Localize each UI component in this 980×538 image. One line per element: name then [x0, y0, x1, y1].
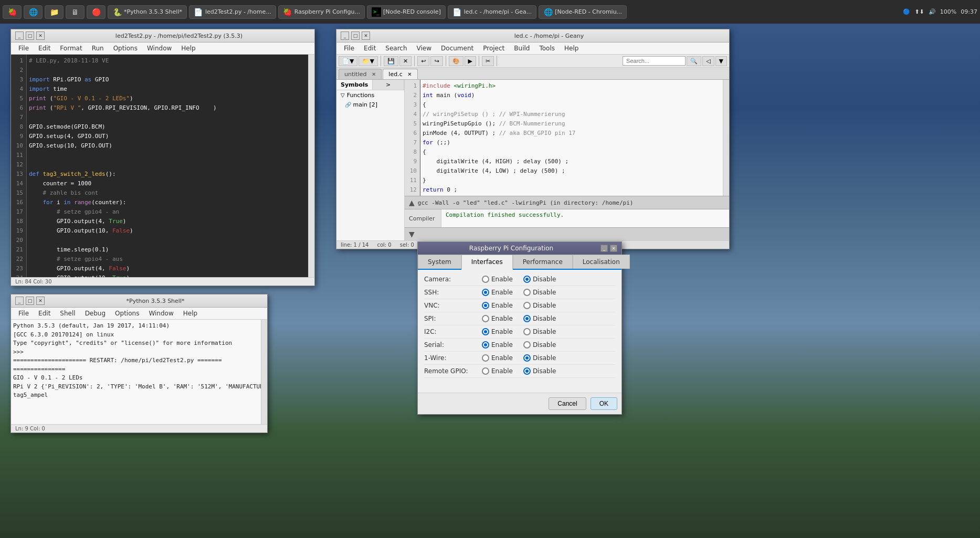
rpi-i2c-disable-radio[interactable] — [523, 328, 531, 335]
rpi-i2c-enable[interactable]: Enable — [482, 328, 513, 335]
geany-output-up-btn[interactable]: ▲ — [408, 197, 416, 208]
python-editor-close-button[interactable]: ✕ — [36, 31, 45, 40]
geany-menu-project[interactable]: Project — [479, 44, 509, 53]
taskbar-python-shell[interactable]: 🐍 *Python 3.5.3 Shell* — [108, 5, 187, 19]
rpi-remote-gpio-enable[interactable]: Enable — [482, 367, 513, 375]
geany-tab-untitled-close[interactable]: ✕ — [372, 71, 376, 77]
geany-color-btn[interactable]: 🎨 — [449, 56, 463, 66]
rpi-tab-interfaces[interactable]: Interfaces — [461, 255, 513, 270]
rpi-spi-disable[interactable]: Disable — [523, 315, 556, 322]
geany-new-btn[interactable]: 📄▼ — [339, 56, 357, 66]
python-shell-menu-options[interactable]: Options — [111, 309, 143, 318]
rpi-tab-system[interactable]: System — [418, 255, 461, 269]
taskbar-browser[interactable]: 🌐 — [24, 5, 43, 19]
geany-close-button[interactable]: ✕ — [362, 31, 370, 40]
rpi-remote-gpio-enable-radio[interactable] — [482, 367, 489, 375]
rpi-config-close-button[interactable]: ✕ — [610, 245, 617, 252]
geany-sidebar-functions[interactable]: ▽ Functions — [336, 90, 404, 100]
geany-menu-edit[interactable]: Edit — [360, 44, 380, 53]
python-shell-close-button[interactable]: ✕ — [36, 297, 45, 305]
geany-compile-btn[interactable]: ▶ — [465, 56, 476, 66]
python-editor-maximize-button[interactable]: □ — [26, 31, 34, 40]
geany-search-prev-btn[interactable]: ◁ — [702, 56, 714, 66]
rpi-remote-gpio-disable[interactable]: Disable — [523, 367, 556, 375]
taskbar-geany[interactable]: 📄 led.c - /home/pi - Gea... — [448, 5, 536, 19]
python-editor-minimize-button[interactable]: _ — [15, 31, 24, 40]
rpi-camera-disable-radio[interactable] — [523, 276, 531, 283]
rpi-1wire-enable-radio[interactable] — [482, 354, 489, 362]
rpi-vnc-enable[interactable]: Enable — [482, 302, 513, 309]
geany-open-btn[interactable]: 📁▼ — [359, 56, 377, 66]
geany-close-file-btn[interactable]: ✕ — [399, 56, 412, 66]
taskbar-filemanager[interactable]: 📁 — [45, 5, 64, 19]
python-shell-minimize-button[interactable]: _ — [15, 297, 24, 305]
geany-sidebar-chevron[interactable]: > — [373, 80, 404, 90]
geany-output-down-btn[interactable]: ▼ — [408, 229, 416, 239]
taskbar-wolfram[interactable]: 🔴 — [87, 5, 106, 19]
taskbar-led2test[interactable]: 📄 led2Test2.py - /home... — [189, 5, 276, 19]
geany-maximize-button[interactable]: □ — [351, 31, 360, 40]
geany-tab-untitled[interactable]: untitled ✕ — [339, 69, 382, 79]
rpi-ssh-disable[interactable]: Disable — [523, 289, 556, 296]
rpi-serial-enable-radio[interactable] — [482, 341, 489, 349]
geany-save-btn[interactable]: 💾 — [384, 56, 398, 66]
rpi-cancel-button[interactable]: Cancel — [549, 397, 586, 410]
python-shell-maximize-button[interactable]: □ — [26, 297, 34, 305]
geany-undo-btn[interactable]: ↩ — [417, 56, 429, 66]
python-shell-output[interactable]: Python 3.5.3 (default, Jan 19 2017, 14:1… — [11, 320, 261, 424]
python-shell-scrollbar[interactable] — [261, 320, 267, 424]
geany-menu-document[interactable]: Document — [437, 44, 478, 53]
rpi-camera-enable[interactable]: Enable — [482, 276, 513, 283]
python-editor-scrollbar[interactable] — [308, 55, 314, 277]
rpi-remote-gpio-disable-radio[interactable] — [523, 367, 531, 375]
geany-menu-build[interactable]: Build — [510, 44, 534, 53]
geany-c-code[interactable]: #include <wiringPi.h> int main (void) { … — [420, 80, 723, 196]
python-editor-code[interactable]: # LED.py, 2018-11-18 VE import RPi.GPIO … — [27, 55, 308, 277]
python-editor-menu-help[interactable]: Help — [177, 44, 199, 53]
rpi-camera-disable[interactable]: Disable — [523, 276, 556, 283]
rpi-i2c-enable-radio[interactable] — [482, 328, 489, 335]
rpi-1wire-disable[interactable]: Disable — [523, 354, 556, 362]
rpi-spi-enable-radio[interactable] — [482, 315, 489, 322]
geany-search-input[interactable] — [623, 56, 686, 66]
rpi-tab-localisation[interactable]: Localisation — [573, 255, 630, 269]
taskbar-node-red-console[interactable]: >_ [Node-RED console] — [367, 5, 446, 19]
geany-menu-file[interactable]: File — [340, 44, 359, 53]
rpi-tab-performance[interactable]: Performance — [513, 255, 573, 269]
geany-sidebar-tab-symbols[interactable]: Symbols — [336, 80, 373, 90]
geany-minimize-button[interactable]: _ — [341, 31, 349, 40]
rpi-camera-enable-radio[interactable] — [482, 276, 489, 283]
geany-tab-ledc[interactable]: led.c ✕ — [383, 69, 417, 79]
rpi-i2c-disable[interactable]: Disable — [523, 328, 556, 335]
geany-search-btn[interactable]: 🔍 — [687, 56, 701, 66]
python-shell-menu-window[interactable]: Window — [144, 309, 177, 318]
geany-menu-view[interactable]: View — [413, 44, 436, 53]
rpi-spi-disable-radio[interactable] — [523, 315, 531, 322]
taskbar-terminal[interactable]: 🖥 — [66, 5, 85, 19]
python-editor-menu-options[interactable]: Options — [109, 44, 142, 53]
rpi-serial-enable[interactable]: Enable — [482, 341, 513, 349]
taskbar-raspbian[interactable]: 🍓 — [3, 5, 22, 19]
geany-tab-ledc-close[interactable]: ✕ — [407, 71, 412, 77]
taskbar-rpi-config[interactable]: 🍓 Raspberry Pi Configu... — [278, 5, 365, 19]
geany-scrollbar[interactable] — [723, 80, 729, 196]
rpi-1wire-disable-radio[interactable] — [523, 354, 531, 362]
python-editor-menu-file[interactable]: File — [14, 44, 33, 53]
geany-redo-btn[interactable]: ↪ — [430, 56, 442, 66]
geany-menu-search[interactable]: Search — [381, 44, 411, 53]
python-editor-menu-format[interactable]: Format — [56, 44, 86, 53]
geany-menu-tools[interactable]: Tools — [535, 44, 559, 53]
geany-sidebar-main[interactable]: 🔗 main [2] — [336, 100, 404, 109]
rpi-1wire-enable[interactable]: Enable — [482, 354, 513, 362]
rpi-ok-button[interactable]: OK — [591, 397, 617, 410]
rpi-ssh-enable[interactable]: Enable — [482, 289, 513, 296]
python-shell-menu-file[interactable]: File — [14, 309, 33, 318]
geany-cut-btn[interactable]: ✂ — [482, 56, 494, 66]
geany-dropdown-btn[interactable]: ▼ — [715, 56, 727, 66]
rpi-vnc-disable[interactable]: Disable — [523, 302, 556, 309]
taskbar-chromium[interactable]: 🌐 [Node-RED - Chromiu... — [539, 5, 627, 19]
python-editor-menu-run[interactable]: Run — [88, 44, 108, 53]
rpi-ssh-disable-radio[interactable] — [523, 289, 531, 296]
rpi-vnc-enable-radio[interactable] — [482, 302, 489, 309]
python-shell-menu-edit[interactable]: Edit — [34, 309, 55, 318]
